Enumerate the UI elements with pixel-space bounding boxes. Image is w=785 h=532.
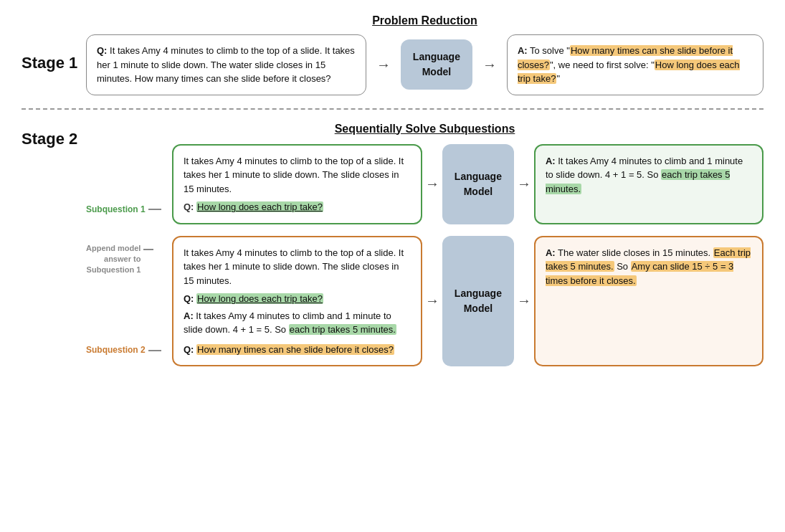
stage1-arrow: → (374, 57, 394, 73)
subq2-q1-hl-text: How long does each trip take? (196, 293, 323, 304)
subq1-lm-box: LanguageModel (442, 144, 514, 224)
stage1-answer-box: A: To solve "How many times can she slid… (507, 34, 763, 95)
subq1-label: Subquestion 1 (86, 204, 146, 216)
section-divider (22, 108, 763, 110)
stage1-a-bold: A: (518, 45, 528, 56)
subq1-q-hl-text: How long does each trip take? (196, 201, 323, 212)
subq2-q2-hl: How many times can she slide before it c… (196, 344, 394, 355)
stage1-q-text: It takes Amy 4 minutes to climb to the t… (97, 45, 355, 84)
subq1-q-hl: How long does each trip take? (196, 201, 323, 212)
subq2-annot: Subquestion 2 (86, 344, 172, 366)
stage1-title: Problem Reduction (372, 14, 477, 27)
subq2-a1-line: A: It takes Amy 4 minutes to climb and 1… (184, 309, 411, 337)
stage2-label: Stage 2 (22, 123, 86, 148)
subq2-q2-line: Q: How many times can she slide before i… (184, 343, 411, 357)
subq2-a-bold: A: (546, 247, 556, 258)
stage1-a-text-end: " (556, 73, 560, 84)
stage2-content: Sequentially Solve Subquestions Subquest… (86, 123, 763, 367)
stage1-section: Stage 1 Problem Reduction Q: It takes Am… (22, 14, 763, 95)
stage1-q-bold: Q: (97, 45, 107, 56)
stage1-lm-box: LanguageModel (401, 39, 472, 90)
subq2-arrow: → (422, 236, 442, 367)
subq1-q-prefix: Q: (184, 201, 194, 212)
append-line (143, 249, 153, 250)
subq1-question-line: Q: How long does each trip take? (184, 200, 411, 214)
stage2-title: Sequentially Solve Subquestions (335, 123, 515, 135)
stage2-section: Stage 2 Sequentially Solve Subquestions … (22, 123, 763, 367)
subq1-arrow: → (422, 144, 442, 224)
subq1-context: It takes Amy 4 minutes to climb to the t… (184, 154, 411, 196)
subq1-answer-box: A: It takes Amy 4 minutes to climb and 1… (534, 144, 763, 224)
subq2-answer-box: A: The water slide closes in 15 minutes.… (534, 236, 763, 367)
subq1-a-bold: A: (546, 156, 556, 166)
stage1-flow: Q: It takes Amy 4 minutes to climb to th… (86, 34, 763, 95)
subq1-left-col: Subquestion 1 (86, 144, 172, 224)
subq2-label: Subquestion 2 (86, 344, 146, 356)
stage1-lm-label: LanguageModel (413, 51, 460, 77)
append-annot: Append model answer to Subquestion 1 (86, 236, 172, 276)
stage1-a-text-mid: ", we need to first solve: " (550, 60, 655, 70)
subq2-arrow2: → (514, 236, 534, 367)
stage1-label: Stage 1 (22, 14, 86, 72)
subq2-input-box: It takes Amy 4 minutes to climb to the t… (172, 236, 422, 367)
subq2-q1-line: Q: How long does each trip take? (184, 292, 411, 306)
subq2-lm-label: LanguageModel (455, 286, 502, 316)
subq2-q2-hl-text: How many times can she slide before it c… (196, 344, 394, 355)
stage2-subq2-row: Append model answer to Subquestion 1 Sub… (86, 236, 763, 367)
stage2-subq1-row: Subquestion 1 It takes Amy 4 minutes to … (86, 144, 763, 224)
subq2-a1-hl: each trip takes 5 minutes. (289, 324, 396, 335)
stage1-a-text-before: To solve " (528, 45, 570, 56)
subq1-input-box: It takes Amy 4 minutes to climb to the t… (172, 144, 422, 224)
append-label: Append model answer to Subquestion 1 (86, 243, 141, 276)
subq2-left-col: Append model answer to Subquestion 1 Sub… (86, 236, 172, 367)
subq2-q2-prefix: Q: (184, 344, 194, 355)
subq2-lm-box: LanguageModel (442, 236, 514, 367)
subq1-annot: Subquestion 1 (86, 204, 172, 216)
subq2-a-text-mid: So (614, 261, 631, 272)
subq1-line (148, 209, 161, 210)
subq2-a-text-before: The water slide closes in 15 minutes. (556, 247, 713, 258)
subq2-q1-prefix: Q: (184, 293, 194, 304)
subq2-context: It takes Amy 4 minutes to climb to the t… (184, 246, 411, 288)
stage1-arrow2: → (480, 57, 500, 73)
subq2-line (148, 350, 161, 351)
subq1-arrow2: → (514, 144, 534, 224)
subq1-lm-label: LanguageModel (455, 169, 502, 199)
stage1-input-box: Q: It takes Amy 4 minutes to climb to th… (86, 34, 366, 95)
subq2-q1-hl: How long does each trip take? (196, 293, 323, 304)
stage1-content: Problem Reduction Q: It takes Amy 4 minu… (86, 14, 763, 95)
subq2-a1-prefix: A: (184, 310, 194, 321)
